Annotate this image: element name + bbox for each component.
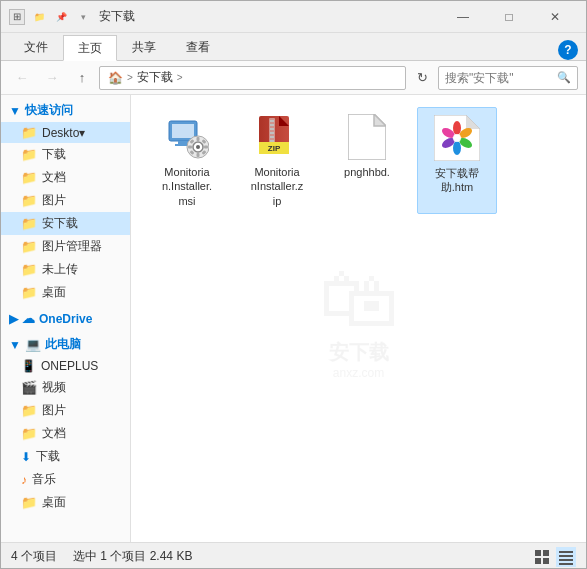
sidebar-item-quickaccess-anxz[interactable]: 📁 安下载 [1, 212, 130, 235]
svg-rect-7 [197, 137, 200, 141]
search-bar[interactable]: 🔍 [438, 66, 578, 90]
svg-rect-40 [543, 550, 549, 556]
refresh-button[interactable]: ↻ [410, 66, 434, 90]
dropdown-icon[interactable]: ▾ [75, 9, 91, 25]
msi-icon-svg [165, 115, 209, 159]
window-controls: — □ ✕ [440, 1, 578, 33]
minimize-button[interactable]: — [440, 1, 486, 33]
sidebar-item-quickaccess-pics[interactable]: 📁 图片 [1, 189, 130, 212]
svg-rect-10 [204, 146, 208, 149]
maximize-button[interactable]: □ [486, 1, 532, 33]
sidebar-item-quickaccess-desktop[interactable]: 📁 Deskto▾ [1, 122, 130, 143]
sidebar-item-downloads[interactable]: ⬇ 下载 [1, 445, 130, 468]
ribbon-help[interactable]: ? [558, 40, 578, 60]
download-icon: ⬇ [21, 450, 31, 464]
pin-icon[interactable]: 📌 [53, 9, 69, 25]
zip-icon-svg: ZIP [255, 114, 299, 160]
address-chevron: > [127, 72, 133, 83]
tab-file[interactable]: 文件 [9, 34, 63, 60]
search-input[interactable] [445, 71, 553, 85]
sidebar-section-onedrive[interactable]: ▶ ☁ OneDrive [1, 308, 130, 329]
folder-icon: 📁 [21, 147, 37, 162]
tab-share[interactable]: 共享 [117, 34, 171, 60]
sidebar-section-quickaccess[interactable]: ▼ 快速访问 [1, 99, 130, 122]
svg-rect-44 [559, 555, 573, 557]
file-icon-zip: ZIP [253, 113, 301, 161]
address-chevron2: > [177, 72, 183, 83]
sidebar-item-label: Deskto▾ [42, 126, 85, 140]
sidebar-item-desktop3[interactable]: 📁 桌面 [1, 491, 130, 514]
view-controls [532, 547, 576, 567]
sidebar-item-label: 图片 [42, 402, 66, 419]
sidebar-section-thispc[interactable]: ▼ 💻 此电脑 [1, 333, 130, 356]
forward-button[interactable]: → [39, 66, 65, 90]
file-item-generic[interactable]: pnghhbd. [327, 107, 407, 214]
tab-home[interactable]: 主页 [63, 35, 117, 61]
onedrive-label: OneDrive [39, 312, 92, 326]
svg-rect-43 [559, 551, 573, 553]
sidebar-item-quickaccess-desktop2[interactable]: 📁 桌面 [1, 281, 130, 304]
sidebar-item-music[interactable]: ♪ 音乐 [1, 468, 130, 491]
svg-rect-21 [270, 128, 274, 130]
sidebar-item-label: ONEPLUS [41, 359, 98, 373]
ribbon-tabs: 文件 主页 共享 查看 ? [1, 33, 586, 61]
svg-rect-1 [172, 124, 194, 138]
generic-icon-svg [348, 114, 386, 160]
music-icon: ♪ [21, 473, 27, 487]
close-button[interactable]: ✕ [532, 1, 578, 33]
svg-point-38 [453, 134, 461, 142]
svg-rect-46 [559, 563, 573, 565]
svg-rect-20 [270, 124, 274, 126]
quick-access-icon[interactable]: 📁 [31, 9, 47, 25]
folder-icon: 📁 [21, 495, 37, 510]
system-icon[interactable]: ⊞ [9, 9, 25, 25]
large-icon-view-button[interactable] [532, 547, 552, 567]
sidebar-item-videos[interactable]: 🎬 视频 [1, 376, 130, 399]
folder-icon: 📁 [21, 285, 37, 300]
up-button[interactable]: ↑ [69, 66, 95, 90]
folder-icon: 📁 [21, 170, 37, 185]
folder-icon: 📁 [21, 426, 37, 441]
large-icon-view-icon [534, 549, 550, 565]
file-item-zip[interactable]: ZIP MonitorianInstaller.zip [237, 107, 317, 214]
svg-rect-19 [270, 120, 274, 122]
svg-rect-2 [178, 141, 188, 144]
svg-rect-45 [559, 559, 573, 561]
sidebar-item-pictures[interactable]: 📁 图片 [1, 399, 130, 422]
address-home-icon: 🏠 [108, 71, 123, 85]
sidebar-item-quickaccess-picmanager[interactable]: 📁 图片管理器 [1, 235, 130, 258]
sidebar-item-quickaccess-docs[interactable]: 📁 文档 [1, 166, 130, 189]
folder-icon: 📁 [21, 403, 37, 418]
file-icon-htm [433, 114, 481, 162]
sidebar-item-label: 视频 [42, 379, 66, 396]
sidebar-item-documents[interactable]: 📁 文档 [1, 422, 130, 445]
tab-view[interactable]: 查看 [171, 34, 225, 60]
sidebar-item-label: 文档 [42, 425, 66, 442]
file-item-msi[interactable]: Monitorian.Installer.msi [147, 107, 227, 214]
sidebar-item-label: 下载 [42, 146, 66, 163]
folder-icon: 📁 [21, 262, 37, 277]
thispc-label: 此电脑 [45, 336, 81, 353]
sidebar-item-label: 桌面 [42, 284, 66, 301]
title-bar-icons: ⊞ 📁 📌 ▾ [9, 9, 91, 25]
drive-icon: 📱 [21, 359, 36, 373]
svg-rect-23 [270, 136, 274, 138]
address-bar[interactable]: 🏠 > 安下载 > [99, 66, 406, 90]
folder-icon: 📁 [21, 125, 37, 140]
detail-view-button[interactable] [556, 547, 576, 567]
file-label-generic: pnghhbd. [344, 165, 390, 179]
sidebar-item-quickaccess-download[interactable]: 📁 下载 [1, 143, 130, 166]
sidebar-item-label: 安下载 [42, 215, 78, 232]
sidebar-item-oneplus[interactable]: 📱 ONEPLUS [1, 356, 130, 376]
file-item-htm[interactable]: 安下载帮助.htm [417, 107, 497, 214]
main-layout: ▼ 快速访问 📁 Deskto▾ 📁 下载 📁 文档 📁 图片 📁 安下载 📁 … [1, 95, 586, 542]
search-icon: 🔍 [557, 71, 571, 84]
watermark: 🛍 安下载 anxz.com [319, 258, 399, 379]
help-icon[interactable]: ? [558, 40, 578, 60]
back-button[interactable]: ← [9, 66, 35, 90]
chevron-down-icon: ▼ [9, 104, 21, 118]
sidebar-item-label: 文档 [42, 169, 66, 186]
pc-icon: 💻 [25, 337, 41, 352]
sidebar: ▼ 快速访问 📁 Deskto▾ 📁 下载 📁 文档 📁 图片 📁 安下载 📁 … [1, 95, 131, 542]
sidebar-item-quickaccess-upload[interactable]: 📁 未上传 [1, 258, 130, 281]
